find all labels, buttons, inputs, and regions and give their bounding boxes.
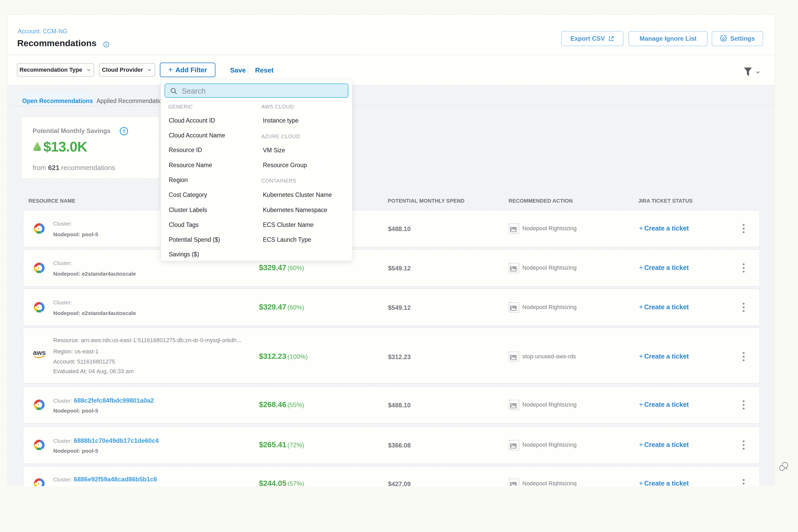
svg-text:aws: aws (33, 349, 46, 357)
svg-text:?: ? (122, 129, 126, 134)
